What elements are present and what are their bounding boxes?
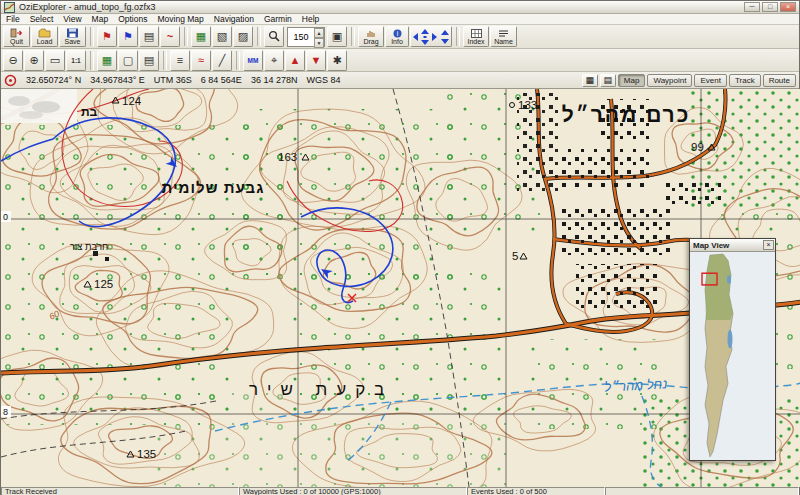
height-124: 124 <box>122 95 142 107</box>
map-label-partial: בת <box>81 105 98 119</box>
magnifier-icon <box>268 30 281 43</box>
app-window: OziExplorer - amud_topo_fg.ozfx3 ─ □ × F… <box>0 0 800 495</box>
menu-garmin[interactable]: Garmin <box>259 14 297 25</box>
zoom-level-value[interactable]: 150 <box>288 28 314 46</box>
info-label: Info <box>391 38 403 45</box>
quit-button[interactable]: Quit <box>3 26 30 47</box>
comments-toggle-button[interactable]: ▤ <box>139 50 159 71</box>
blank-page-icon: ▢ <box>123 55 133 66</box>
down-arrow-icon: ▼ <box>311 55 322 66</box>
status-spare <box>605 487 799 495</box>
mode-waypoint-button[interactable]: Waypoint <box>647 74 692 87</box>
toolbar-separator <box>90 51 94 70</box>
zoom-in-button[interactable]: ⊕ <box>24 50 44 71</box>
quit-label: Quit <box>10 38 23 45</box>
mode-event-button[interactable]: Event <box>694 74 726 87</box>
toolbar-separator <box>257 27 261 46</box>
height-99: 99 <box>691 141 704 153</box>
index-map-button[interactable]: Index <box>463 26 489 47</box>
map-canvas[interactable]: 124 163 133 99 125 135 5 60 0 8 <box>1 89 800 487</box>
zoom-level-control[interactable]: 150 ▲ ▼ <box>287 27 325 47</box>
index-grid-icon <box>471 29 482 38</box>
event-button[interactable]: ⚑ <box>118 26 138 47</box>
save-button[interactable]: Save <box>59 26 86 47</box>
drag-button[interactable]: Drag <box>358 26 384 47</box>
map-view-panel[interactable]: Map View × <box>689 238 776 461</box>
menu-bar: File Select View Map Options Moving Map … <box>1 14 799 25</box>
menu-file[interactable]: File <box>1 14 25 25</box>
zoom-out-button[interactable]: ⊖ <box>3 50 23 71</box>
minimize-button[interactable]: ─ <box>744 2 760 12</box>
menu-help[interactable]: Help <box>297 14 324 25</box>
zoom-level-down-button[interactable]: ▼ <box>314 38 324 48</box>
info-button[interactable]: i Info <box>385 26 409 47</box>
quit-icon <box>10 28 23 38</box>
dead-sea <box>728 329 733 348</box>
height-5: 5 <box>512 250 518 262</box>
mode-track-button[interactable]: Track <box>729 74 761 87</box>
maximize-button[interactable]: □ <box>762 2 778 12</box>
menu-view[interactable]: View <box>58 14 86 25</box>
star-icon: ✱ <box>332 55 341 66</box>
height-163: 163 <box>278 151 297 163</box>
toolbar-separator <box>236 51 240 70</box>
moving-map-button[interactable]: MM <box>243 50 263 71</box>
map-view-close-button[interactable]: × <box>763 240 774 250</box>
zoom-level-up-button[interactable]: ▲ <box>314 28 324 38</box>
index-label: Index <box>467 38 484 45</box>
layers-icon: ▤ <box>604 75 613 86</box>
zoom-100-button[interactable]: 1:1 <box>66 50 86 71</box>
drag-label: Drag <box>363 38 378 45</box>
blank-map-button[interactable]: ▢ <box>118 50 138 71</box>
grid-toggle-button[interactable]: ▦ <box>582 74 598 87</box>
configuration-button[interactable]: ✱ <box>327 50 347 71</box>
scroll-down-button[interactable]: ▼ <box>306 50 326 71</box>
status-bar: Track Received Waypoints Used : 0 of 100… <box>1 487 799 495</box>
menu-map[interactable]: Map <box>87 14 114 25</box>
note-icon: ▤ <box>144 55 154 66</box>
menu-options[interactable]: Options <box>113 14 152 25</box>
waypoint-list-button[interactable]: ≡ <box>170 50 190 71</box>
close-button[interactable]: × <box>780 2 796 12</box>
pan-arrows-control[interactable] <box>410 26 452 47</box>
menu-navigation[interactable]: Navigation <box>209 14 259 25</box>
status-waypoints-used: Waypoints Used : 0 of 10000 (GPS:1000) <box>239 487 467 495</box>
utm-easting-value: 6 84 564E <box>201 75 242 85</box>
load-button[interactable]: Load <box>31 26 58 47</box>
latitude-value: 32.650724° N <box>26 75 81 85</box>
name-search-button[interactable]: Name <box>490 26 517 47</box>
show-map-button[interactable]: ▦ <box>97 50 117 71</box>
zoom-window-button[interactable]: ▭ <box>45 50 65 71</box>
ruler-button[interactable]: ╱ <box>212 50 232 71</box>
track-button[interactable]: ~ <box>160 26 180 47</box>
name-list-icon <box>498 29 509 38</box>
toolbar-separator <box>456 27 460 46</box>
track-wave-icon: ~ <box>167 31 173 42</box>
overview-map[interactable] <box>690 252 775 460</box>
zoom-window-icon: ▭ <box>50 55 60 66</box>
layers-toggle-button[interactable]: ▤ <box>600 74 616 87</box>
track-control-button[interactable]: ≈ <box>191 50 211 71</box>
menu-moving-map[interactable]: Moving Map <box>152 14 208 25</box>
waypoint-button[interactable]: ⚑ <box>97 26 117 47</box>
map-load-1-button[interactable]: ▦ <box>191 26 211 47</box>
utm-northing-value: 36 14 278N <box>251 75 298 85</box>
map-hatch-icon: ▧ <box>217 31 227 42</box>
center-gps-button[interactable]: ⌖ <box>264 50 284 71</box>
map-comment-button[interactable]: ▤ <box>139 26 159 47</box>
map-load-2-button[interactable]: ▧ <box>212 26 232 47</box>
find-map-button[interactable] <box>264 26 284 47</box>
map-load-3-button[interactable]: ▨ <box>233 26 253 47</box>
name-label: Name <box>494 38 513 45</box>
map-view-title-bar[interactable]: Map View × <box>690 239 775 252</box>
title-bar[interactable]: OziExplorer - amud_topo_fg.ozfx3 ─ □ × <box>1 1 799 14</box>
toolbar-separator <box>163 51 167 70</box>
scroll-up-button[interactable]: ▲ <box>285 50 305 71</box>
toolbar-zoom: ⊖ ⊕ ▭ 1:1 ▦ ▢ ▤ ≡ ≈ ╱ MM ⌖ ▲ ▼ ✱ <box>1 49 799 72</box>
scale-lock-button[interactable]: ▣ <box>327 26 347 47</box>
mode-map-button[interactable]: Map <box>618 74 646 87</box>
menu-select[interactable]: Select <box>25 14 59 25</box>
save-label: Save <box>65 38 81 45</box>
list-icon: ≡ <box>177 55 183 66</box>
mode-route-button[interactable]: Route <box>763 74 796 87</box>
